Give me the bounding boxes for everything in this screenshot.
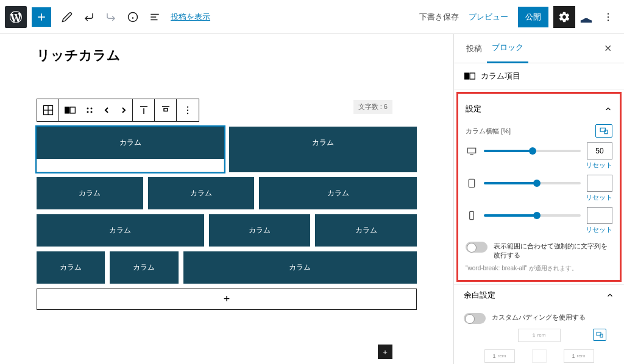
svg-rect-31 bbox=[467, 148, 475, 153]
move-right[interactable] bbox=[115, 99, 132, 121]
width-label: カラム横幅 [%] bbox=[466, 127, 511, 136]
add-block-below[interactable]: + bbox=[378, 345, 392, 359]
wordbreak-label: 表示範囲に合わせて強制的に文字列を改行する bbox=[494, 242, 612, 261]
svg-point-26 bbox=[187, 113, 188, 114]
block-type-icon[interactable] bbox=[37, 99, 59, 121]
wordbreak-help: "word-break: break-all" が適用されます。 bbox=[466, 264, 612, 273]
outline-button[interactable] bbox=[144, 6, 166, 28]
padding-right[interactable]: 1rem bbox=[564, 349, 594, 363]
svg-point-8 bbox=[608, 13, 609, 14]
info-button[interactable] bbox=[122, 6, 144, 28]
settings-panel: 設定 カラム横幅 [%] リセット リセット bbox=[456, 92, 622, 282]
svg-rect-23 bbox=[164, 108, 168, 111]
wordbreak-toggle[interactable] bbox=[466, 242, 488, 253]
svg-rect-28 bbox=[470, 73, 475, 79]
column-block[interactable]: カラム bbox=[183, 251, 417, 284]
settings-panel-header[interactable]: 設定 bbox=[466, 99, 612, 119]
edit-mode-button[interactable] bbox=[56, 6, 78, 28]
padding-control: 1rem 1rem 1rem 1rem bbox=[484, 329, 594, 364]
mobile-width-input[interactable] bbox=[587, 207, 612, 224]
chevron-up-icon bbox=[606, 291, 614, 299]
redo-button[interactable] bbox=[100, 6, 122, 28]
padding-link[interactable] bbox=[532, 349, 547, 363]
svg-point-10 bbox=[608, 19, 609, 21]
add-column-button[interactable]: + bbox=[37, 289, 417, 310]
svg-rect-35 bbox=[470, 211, 474, 219]
preview-button[interactable]: プレビュー bbox=[469, 12, 508, 23]
add-block-button[interactable] bbox=[32, 7, 51, 27]
svg-point-25 bbox=[187, 110, 188, 111]
svg-point-16 bbox=[87, 108, 89, 110]
view-post-link[interactable]: 投稿を表示 bbox=[171, 12, 210, 23]
close-sidebar[interactable]: ✕ bbox=[599, 40, 617, 57]
column-block[interactable]: カラム bbox=[209, 214, 311, 247]
block-more-button[interactable] bbox=[177, 99, 199, 121]
wp-logo[interactable] bbox=[5, 6, 27, 28]
desktop-width-input[interactable] bbox=[587, 142, 612, 159]
charcount-badge: 文字数 : 6 bbox=[353, 100, 392, 114]
drag-handle[interactable] bbox=[81, 99, 98, 121]
column-block[interactable]: カラム bbox=[37, 251, 105, 284]
svg-point-9 bbox=[608, 16, 609, 17]
svg-rect-33 bbox=[469, 179, 474, 187]
tab-post[interactable]: 投稿 bbox=[461, 34, 487, 63]
tab-block[interactable]: ブロック bbox=[487, 34, 528, 63]
save-draft-button[interactable]: 下書き保存 bbox=[419, 12, 459, 23]
desktop-reset[interactable]: リセット bbox=[466, 161, 612, 170]
column-icon[interactable] bbox=[59, 99, 81, 121]
svg-rect-27 bbox=[465, 73, 469, 79]
desktop-width-slider[interactable] bbox=[484, 150, 581, 152]
column-icon bbox=[464, 71, 476, 81]
undo-button[interactable] bbox=[78, 6, 100, 28]
padding-left[interactable]: 1rem bbox=[484, 349, 515, 363]
mobile-icon bbox=[466, 211, 478, 220]
column-block[interactable]: カラム bbox=[110, 251, 178, 284]
tablet-width-input[interactable] bbox=[587, 175, 612, 192]
publish-button[interactable]: 公開 bbox=[518, 7, 548, 27]
tablet-reset[interactable]: リセット bbox=[466, 193, 612, 202]
svg-point-17 bbox=[91, 108, 93, 110]
settings-button[interactable] bbox=[553, 6, 575, 28]
custom-padding-toggle[interactable] bbox=[464, 313, 486, 324]
mobile-width-slider[interactable] bbox=[484, 214, 581, 217]
block-toolbar bbox=[37, 99, 199, 122]
more-button[interactable] bbox=[597, 6, 619, 28]
tablet-width-slider[interactable] bbox=[484, 182, 581, 184]
column-block[interactable]: カラム bbox=[259, 177, 417, 209]
column-block[interactable]: カラム bbox=[229, 127, 417, 172]
align-button[interactable] bbox=[155, 99, 177, 121]
top-toolbar: 投稿を表示 下書き保存 プレビュー 公開 bbox=[0, 0, 624, 34]
column-block[interactable]: カラム bbox=[37, 177, 143, 209]
block-name-row: カラム項目 bbox=[454, 63, 624, 89]
tablet-icon bbox=[466, 178, 478, 188]
column-block[interactable]: カラム bbox=[148, 177, 255, 209]
svg-point-18 bbox=[87, 111, 89, 113]
page-title[interactable]: リッチカラム bbox=[37, 46, 417, 65]
brand-icon bbox=[575, 6, 597, 28]
svg-rect-15 bbox=[70, 107, 75, 113]
settings-sidebar: 投稿 ブロック ✕ カラム項目 設定 カラム横幅 [%] bbox=[453, 34, 624, 364]
svg-point-19 bbox=[91, 111, 93, 113]
column-block[interactable]: カラム bbox=[37, 214, 204, 247]
column-block[interactable]: カラム bbox=[37, 127, 224, 172]
desktop-icon bbox=[466, 147, 478, 155]
responsive-toggle[interactable] bbox=[595, 124, 612, 138]
margin-panel-header[interactable]: 余白設定 bbox=[464, 285, 614, 306]
padding-top[interactable]: 1rem bbox=[518, 329, 561, 342]
margin-panel: 余白設定 カスタムパディングを使用する 1rem 1rem 1rem 1rem bbox=[454, 284, 624, 364]
svg-rect-14 bbox=[65, 107, 69, 113]
move-left[interactable] bbox=[98, 99, 115, 121]
custom-padding-label: カスタムパディングを使用する bbox=[492, 313, 586, 322]
svg-point-24 bbox=[187, 107, 188, 108]
responsive-padding-toggle[interactable] bbox=[593, 329, 606, 341]
editor-canvas: リッチカラム 文字数 : 6 カラム カラム カラム カラム bbox=[0, 34, 453, 364]
column-block[interactable]: カラム bbox=[315, 214, 417, 247]
align-top-button[interactable] bbox=[133, 99, 155, 121]
mobile-reset[interactable]: リセット bbox=[466, 225, 612, 234]
chevron-up-icon bbox=[604, 105, 612, 113]
